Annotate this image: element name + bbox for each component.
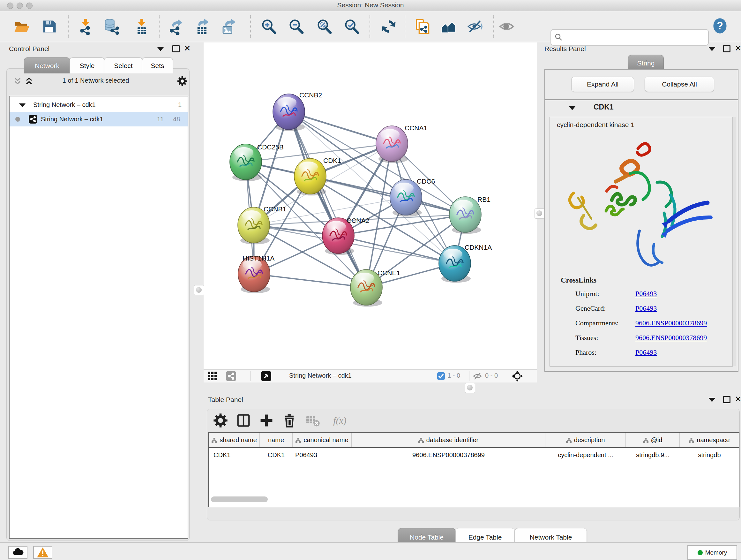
open-in-window-icon[interactable] [261,371,271,381]
network-collection-count: 1 [178,98,182,112]
birds-eye-view-icon[interactable] [208,372,217,381]
delete-column-button[interactable] [281,412,298,429]
column-header-database-identifier[interactable]: database identifier [352,433,545,447]
collapse-all-button[interactable]: Collapse All [645,77,714,92]
control-tab-style[interactable]: Style [70,57,105,73]
network-node-CDC6[interactable] [390,179,422,216]
network-graph[interactable]: CCNB2CCNA1CDC25BCDK1CDC6RB1CCNB1CCNA2CDK… [204,43,537,369]
import-table-button[interactable] [133,18,150,35]
crosslink-label: Tissues: [576,334,598,342]
network-node-CCNB1[interactable] [238,207,270,244]
zoom-in-button[interactable] [260,18,277,35]
selected-checkbox-icon[interactable] [437,372,445,380]
export-table-button[interactable] [194,18,211,35]
export-image-button[interactable] [220,18,237,35]
open-session-button[interactable] [13,18,30,35]
control-tab-select[interactable]: Select [104,57,143,73]
eye-slash-icon [467,18,483,35]
network-options-gear-icon[interactable] [177,76,188,86]
crosslink-label: Compartments: [576,319,619,327]
network-edge[interactable] [310,176,465,214]
expand-all-button[interactable]: Expand All [571,77,634,92]
refresh-view-button[interactable] [381,18,397,35]
import-network-from-database-button[interactable] [103,18,119,35]
warnings-button[interactable] [33,546,52,559]
zoom-fit-button[interactable] [316,18,333,35]
crosslink-value-link[interactable]: P06493 [635,290,657,298]
copy-network-button[interactable] [414,18,430,35]
results-panel-menu-icon[interactable] [709,47,716,51]
control-panel-menu-icon[interactable] [157,47,164,51]
split-columns-button[interactable] [235,412,252,429]
network-node-RB1[interactable] [449,197,481,234]
memory-button[interactable]: Memory [687,545,737,560]
toolbar-divider [405,15,405,38]
hide-selected-button[interactable] [467,18,483,35]
network-edge[interactable] [254,274,366,287]
column-header-canonical-name[interactable]: canonical name [293,433,352,447]
hidden-count: 0 - 0 [485,372,498,379]
network-overview-icon[interactable] [226,371,236,381]
network-node-CDK1[interactable] [294,159,326,195]
column-header-name[interactable]: name [260,433,293,447]
network-view-canvas[interactable]: CCNB2CCNA1CDC25BCDK1CDC6RB1CCNB1CCNA2CDK… [204,43,537,369]
control-tab-network[interactable]: Network [24,57,70,73]
function-builder-button[interactable]: f(x) [327,412,353,429]
crosslink-value-link[interactable]: 9606.ENSP00000378699 [635,319,707,327]
network-node-CDKN1A[interactable] [439,246,471,283]
results-panel-float-icon[interactable] [723,45,731,52]
crosslink-value-link[interactable]: P06493 [635,304,657,313]
delete-table-button[interactable] [304,412,321,429]
import-network-button[interactable] [77,18,94,35]
help-button[interactable]: ? [712,17,728,34]
control-panel-float-icon[interactable] [172,45,180,52]
table-panel-menu-icon[interactable] [709,398,716,402]
table-cell: CDK1 [260,448,293,462]
network-node-CCNB2[interactable] [273,94,305,131]
column-header-namespace[interactable]: namespace [680,433,739,447]
zoom-out-button[interactable] [288,18,305,35]
horizontal-scrollbar-thumb[interactable] [211,496,268,502]
control-panel-close-icon[interactable]: ✕ [184,45,191,51]
network-nodes [230,94,481,307]
left-splitter-handle[interactable] [194,285,204,295]
zoom-selected-button[interactable] [343,18,360,35]
expand-all-icon[interactable] [24,76,34,86]
table-panel: Table Panel ✕ [204,393,741,542]
search-input[interactable] [566,31,704,43]
save-session-button[interactable] [41,18,57,35]
toolbar-divider [493,15,494,38]
crosslink-value-link[interactable]: P06493 [635,348,657,357]
tree-expand-icon[interactable] [19,104,25,107]
results-tab-string[interactable]: String [628,55,664,71]
column-header-shared-name[interactable]: shared name [209,433,260,447]
table-panel-close-icon[interactable]: ✕ [735,396,741,402]
control-tab-sets[interactable]: Sets [142,57,173,73]
gene-collapse-icon[interactable] [569,106,576,110]
export-network-button[interactable] [168,18,185,35]
show-all-networks-button[interactable] [441,18,457,35]
network-node-CDC25B[interactable] [230,144,262,181]
results-panel-close-icon[interactable]: ✕ [735,45,741,51]
network-node-CCNA1[interactable] [376,126,408,163]
show-hidden-button[interactable] [498,18,515,35]
crosslink-value-link[interactable]: 9606.ENSP00000378699 [635,334,707,342]
node-label-CCNA1: CCNA1 [405,124,427,132]
fit-selected-crosshair-icon[interactable] [512,371,523,381]
table-panel-float-icon[interactable] [723,396,731,403]
column-header--id[interactable]: @id [626,433,680,447]
table-options-gear-button[interactable] [212,412,229,429]
table-row[interactable]: CDK1CDK1P064939606.ENSP00000378699cyclin… [209,448,739,462]
column-header-description[interactable]: description [545,433,626,447]
zoom-selected-icon [343,18,360,35]
collapse-all-icon[interactable] [13,76,22,86]
table-cell: stringdb [680,448,739,462]
add-column-button[interactable] [258,412,275,429]
table-cell: stringdb:9... [626,448,680,462]
horizontal-splitter-handle[interactable] [465,383,475,393]
results-scrollbar[interactable] [732,117,736,366]
cloud-button[interactable] [8,546,27,559]
network-tree-row[interactable]: String Network – cdk1 11 48 [10,112,188,126]
network-tree-root-row[interactable]: String Network – cdk1 1 [10,98,188,112]
network-edge[interactable] [289,112,366,287]
